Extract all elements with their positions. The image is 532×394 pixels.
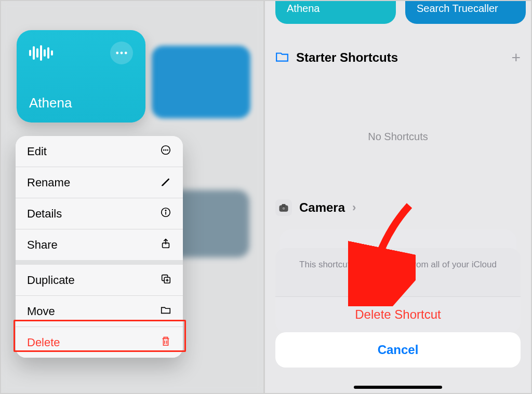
menu-details-label: Details bbox=[27, 207, 62, 221]
delete-shortcut-button[interactable]: Delete Shortcut bbox=[275, 296, 521, 332]
action-sheet-message: This shortcut will be deleted from all o… bbox=[275, 248, 521, 296]
right-screenshot: Athena Search Truecaller Starter Shortcu… bbox=[265, 1, 531, 393]
menu-duplicate-label: Duplicate bbox=[27, 274, 75, 287]
menu-share[interactable]: Share bbox=[16, 229, 183, 260]
menu-move-label: Move bbox=[27, 305, 55, 318]
shortcut-card-athena[interactable]: Athena bbox=[17, 30, 145, 123]
pencil-icon bbox=[160, 175, 171, 189]
cancel-button[interactable]: Cancel bbox=[275, 332, 521, 368]
menu-edit-label: Edit bbox=[27, 145, 47, 158]
more-circle-icon bbox=[160, 144, 171, 158]
svg-point-5 bbox=[165, 150, 166, 150]
folder-row-starter[interactable]: Starter Shortcuts + bbox=[275, 49, 521, 66]
svg-point-9 bbox=[165, 210, 166, 211]
duplicate-icon bbox=[160, 273, 171, 287]
svg-point-6 bbox=[167, 150, 168, 150]
chip-truecaller-label: Search Truecaller bbox=[417, 3, 498, 15]
chip-athena-label: Athena bbox=[287, 3, 320, 15]
svg-point-1 bbox=[121, 52, 123, 55]
home-indicator bbox=[354, 386, 442, 389]
menu-edit[interactable]: Edit bbox=[16, 136, 183, 167]
add-shortcut-button[interactable]: + bbox=[511, 49, 521, 66]
menu-details[interactable]: Details bbox=[16, 198, 183, 229]
menu-rename-label: Rename bbox=[27, 176, 70, 189]
menu-rename[interactable]: Rename bbox=[16, 167, 183, 198]
menu-delete-label: Delete bbox=[27, 336, 60, 349]
folder-title: Starter Shortcuts bbox=[296, 50, 504, 65]
svg-point-4 bbox=[164, 150, 164, 150]
folder-icon bbox=[160, 304, 171, 318]
context-menu: Edit Rename Details Share bbox=[16, 136, 183, 358]
folder-icon bbox=[275, 51, 289, 64]
camera-label: Camera bbox=[299, 200, 345, 215]
blurred-tile bbox=[152, 46, 250, 118]
share-icon bbox=[160, 238, 171, 252]
menu-move[interactable]: Move bbox=[16, 295, 183, 327]
waveform-icon bbox=[29, 45, 53, 61]
svg-point-16 bbox=[282, 207, 285, 210]
camera-icon bbox=[275, 199, 292, 216]
card-more-button[interactable] bbox=[110, 42, 133, 64]
left-screenshot: Athena Edit Rename Details bbox=[1, 1, 265, 393]
chip-truecaller[interactable]: Search Truecaller bbox=[405, 1, 526, 24]
svg-point-0 bbox=[116, 52, 118, 55]
empty-state-label: No Shortcuts bbox=[265, 131, 531, 143]
info-icon bbox=[160, 207, 171, 221]
svg-rect-17 bbox=[282, 205, 285, 206]
menu-share-label: Share bbox=[27, 238, 58, 252]
chip-athena[interactable]: Athena bbox=[275, 1, 396, 24]
menu-duplicate[interactable]: Duplicate bbox=[16, 265, 183, 295]
shortcut-card-title: Athena bbox=[29, 95, 133, 111]
action-sheet: This shortcut will be deleted from all o… bbox=[275, 248, 521, 332]
chevron-right-icon: › bbox=[352, 201, 356, 214]
camera-row[interactable]: Camera › bbox=[275, 199, 521, 216]
svg-point-2 bbox=[125, 52, 127, 55]
trash-icon bbox=[160, 335, 171, 349]
menu-delete[interactable]: Delete bbox=[16, 327, 183, 358]
